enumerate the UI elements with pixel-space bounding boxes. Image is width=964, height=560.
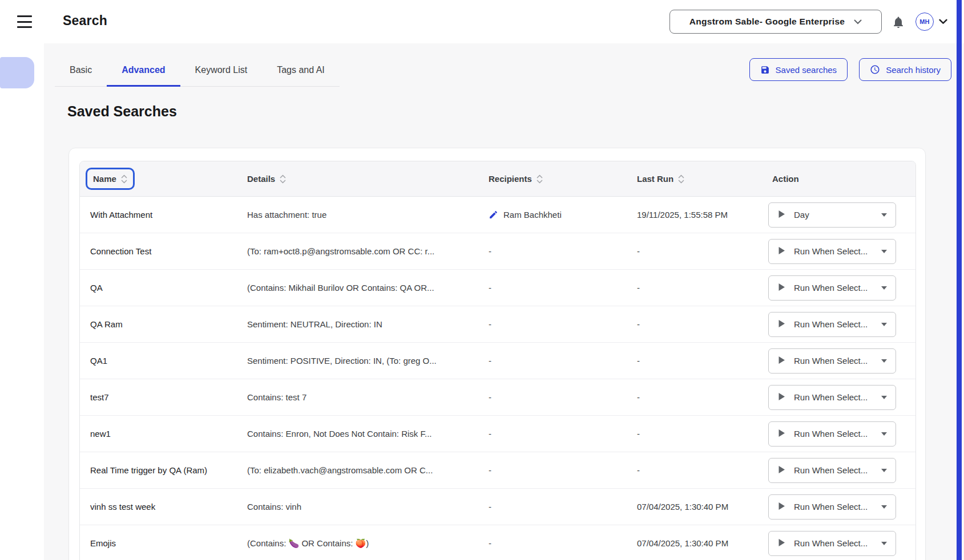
- avatar-initials: MH: [919, 18, 930, 25]
- sidebar-active-item[interactable]: [0, 57, 34, 88]
- tab-tags-and-ai[interactable]: Tags and AI: [262, 55, 340, 87]
- action-cell: Run When Select...: [757, 348, 916, 374]
- play-icon[interactable]: [778, 392, 785, 403]
- saved-search-name-cell: new1: [80, 429, 246, 439]
- play-icon[interactable]: [778, 210, 785, 220]
- saved-search-recipients: -: [483, 246, 623, 256]
- dropdown-caret-icon[interactable]: [881, 466, 888, 474]
- column-header-sort-control[interactable]: Details: [247, 174, 286, 184]
- saved-search-name-link[interactable]: new1: [90, 429, 111, 439]
- play-icon[interactable]: [778, 502, 785, 512]
- tab-advanced[interactable]: Advanced: [107, 55, 180, 87]
- saved-search-name-link[interactable]: vinh ss test week: [90, 502, 155, 512]
- search-history-button[interactable]: Search history: [859, 58, 951, 81]
- dropdown-caret-icon[interactable]: [881, 320, 888, 328]
- table-row: QA1 Sentiment: POSITIVE, Direction: IN, …: [80, 343, 915, 379]
- dropdown-caret-icon[interactable]: [881, 356, 888, 365]
- sort-icon[interactable]: [678, 175, 684, 184]
- play-icon[interactable]: [778, 465, 785, 476]
- column-header-sort-control[interactable]: Recipients: [489, 174, 543, 184]
- play-icon[interactable]: [778, 319, 785, 330]
- sort-icon[interactable]: [537, 175, 543, 184]
- user-avatar[interactable]: MH: [915, 13, 934, 31]
- sort-icon[interactable]: [280, 175, 286, 184]
- play-icon[interactable]: [778, 429, 785, 439]
- run-action-dropdown[interactable]: Run When Select...: [768, 348, 896, 374]
- saved-search-details: Sentiment: NEUTRAL, Direction: IN: [246, 319, 483, 329]
- play-icon[interactable]: [778, 283, 785, 293]
- dropdown-caret-icon[interactable]: [881, 429, 888, 438]
- dropdown-caret-icon[interactable]: [881, 502, 888, 511]
- saved-search-name-cell: Connection Test: [80, 246, 246, 256]
- recipients-text: -: [489, 429, 491, 439]
- notifications-bell-icon[interactable]: [890, 15, 906, 30]
- left-sidebar: [0, 43, 44, 560]
- tab-basic[interactable]: Basic: [55, 55, 107, 87]
- saved-search-name-link[interactable]: Emojis: [90, 538, 116, 548]
- search-history-label: Search history: [886, 65, 941, 75]
- saved-search-name-link[interactable]: Connection Test: [90, 246, 151, 256]
- sort-icon[interactable]: [121, 175, 127, 184]
- saved-searches-button[interactable]: Saved searches: [749, 58, 848, 81]
- saved-search-name-link[interactable]: test7: [90, 392, 109, 402]
- run-action-dropdown[interactable]: Run When Select...: [768, 494, 896, 520]
- column-header: Last Run: [623, 174, 757, 184]
- dropdown-caret-icon[interactable]: [881, 393, 888, 401]
- run-action-dropdown[interactable]: Run When Select...: [768, 385, 896, 410]
- saved-search-name-link[interactable]: With Attachment: [90, 210, 152, 220]
- menu-icon[interactable]: [17, 15, 32, 28]
- saved-search-details: (Contains: 🍆 OR Contains: 🍑): [246, 538, 483, 549]
- last-run-timestamp: 07/04/2025, 1:30:40 PM: [623, 502, 757, 512]
- last-run-timestamp: -: [623, 283, 757, 293]
- saved-search-name-cell: test7: [80, 392, 246, 402]
- run-action-dropdown[interactable]: Run When Select...: [768, 458, 896, 483]
- saved-search-details: Has attachment: true: [246, 210, 483, 220]
- tab-keyword-list[interactable]: Keyword List: [180, 55, 263, 87]
- history-clock-icon: [870, 64, 880, 75]
- action-cell: Run When Select...: [757, 494, 916, 520]
- run-action-dropdown[interactable]: Run When Select...: [768, 421, 896, 447]
- saved-search-name-link[interactable]: Real Time trigger by QA (Ram): [90, 465, 207, 475]
- play-icon[interactable]: [778, 246, 785, 257]
- action-cell: Day: [757, 202, 916, 228]
- vertical-scrollbar[interactable]: [957, 0, 962, 560]
- saved-search-name-cell: QA1: [80, 356, 246, 366]
- recipients-text: -: [489, 246, 491, 256]
- dropdown-caret-icon[interactable]: [881, 283, 888, 292]
- toolbar: Saved searches Search history: [749, 58, 951, 81]
- top-app-bar: Search Angstrom Sable- Google Enterprise…: [0, 0, 964, 43]
- edit-pencil-icon[interactable]: [489, 210, 498, 220]
- column-header-sort-control[interactable]: Action: [772, 174, 799, 184]
- dropdown-caret-icon[interactable]: [881, 247, 888, 255]
- dropdown-caret-icon[interactable]: [881, 539, 888, 547]
- run-action-dropdown[interactable]: Run When Select...: [768, 275, 896, 301]
- saved-search-details: (To: ram+oct8.p@angstromsable.com OR CC:…: [246, 246, 483, 256]
- saved-search-name-link[interactable]: QA Ram: [90, 319, 123, 329]
- run-action-dropdown[interactable]: Run When Select...: [768, 312, 896, 337]
- recipients-text: -: [489, 538, 491, 548]
- play-icon[interactable]: [778, 538, 785, 549]
- saved-search-name-cell: QA Ram: [80, 319, 246, 329]
- action-cell: Run When Select...: [757, 421, 916, 447]
- column-header: Name: [80, 168, 246, 190]
- recipients-text: -: [489, 502, 491, 512]
- table-row: test7 Contains: test 7 - - Run When Sele…: [80, 379, 915, 416]
- table-row: Connection Test (To: ram+oct8.p@angstrom…: [80, 233, 915, 270]
- column-header-sort-control[interactable]: Name: [86, 168, 135, 190]
- column-header: Details: [246, 174, 483, 184]
- run-action-dropdown[interactable]: Run When Select...: [768, 239, 896, 264]
- dropdown-caret-icon[interactable]: [881, 210, 888, 219]
- column-header-sort-control[interactable]: Last Run: [637, 174, 684, 184]
- organization-selector[interactable]: Angstrom Sable- Google Enterprise: [669, 10, 882, 34]
- saved-search-name-link[interactable]: QA1: [90, 356, 107, 366]
- table-row: With Attachment Has attachment: true Ram…: [80, 197, 915, 233]
- play-icon[interactable]: [778, 356, 785, 366]
- run-action-dropdown[interactable]: Day: [768, 202, 896, 228]
- run-action-dropdown[interactable]: Run When Select...: [768, 531, 896, 556]
- column-header-label: Recipients: [489, 174, 532, 184]
- user-menu-chevron-icon[interactable]: [938, 17, 948, 26]
- page-title: Search: [63, 13, 107, 29]
- last-run-timestamp: -: [623, 356, 757, 366]
- saved-search-name-link[interactable]: QA: [90, 283, 103, 293]
- recipients-text: -: [489, 283, 491, 293]
